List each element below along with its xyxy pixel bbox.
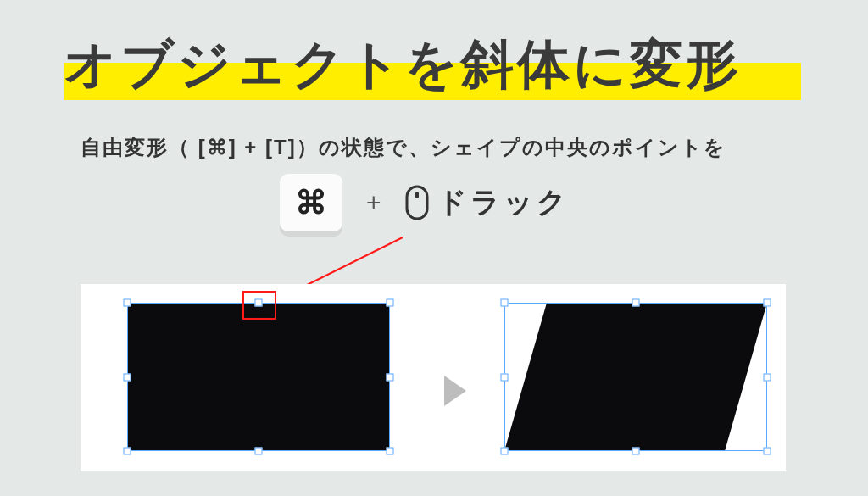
drag-label: ドラック xyxy=(437,183,570,222)
handle2-e xyxy=(764,373,771,381)
handle-se xyxy=(387,448,394,455)
svg-rect-1 xyxy=(415,192,419,198)
title-block: オブジェクトを斜体に変形 xyxy=(64,29,801,100)
handle2-se xyxy=(764,448,771,455)
handle2-s xyxy=(632,448,640,455)
mouse-icon xyxy=(405,185,429,220)
command-key: ⌘ xyxy=(280,174,342,231)
shape-after xyxy=(504,303,767,451)
svg-marker-3 xyxy=(444,376,466,406)
handle2-w xyxy=(501,373,509,381)
svg-marker-4 xyxy=(504,303,767,451)
handle2-sw xyxy=(501,448,509,455)
page-title: オブジェクトを斜体に変形 xyxy=(64,29,801,100)
svg-rect-0 xyxy=(407,187,427,219)
handle-s xyxy=(255,448,263,455)
mouse-drag-group: ドラック xyxy=(405,183,570,222)
handle-w xyxy=(124,373,131,381)
handle2-n xyxy=(632,299,640,307)
shortcut-row: ⌘ + ドラック xyxy=(280,174,570,231)
subtitle-text: 自由変形（ [⌘] + [T]）の状態で、シェイプの中央のポイントを xyxy=(81,136,726,159)
callout-box xyxy=(242,291,276,320)
handle2-ne xyxy=(764,299,771,307)
handle-e xyxy=(387,373,394,381)
handle-ne xyxy=(387,299,394,307)
subtitle: 自由変形（ [⌘] + [T]）の状態で、シェイプの中央のポイントを xyxy=(81,134,726,161)
command-key-glyph: ⌘ xyxy=(295,184,327,221)
shape-before xyxy=(127,303,390,451)
handle2-nw xyxy=(501,299,509,307)
arrow-icon xyxy=(441,374,470,408)
handle-sw xyxy=(124,448,131,455)
demo-panel xyxy=(81,284,786,471)
plus-sign: + xyxy=(366,188,381,217)
shape-after-fill xyxy=(504,303,767,451)
shape-before-fill xyxy=(127,303,390,451)
handle-nw xyxy=(124,299,131,307)
